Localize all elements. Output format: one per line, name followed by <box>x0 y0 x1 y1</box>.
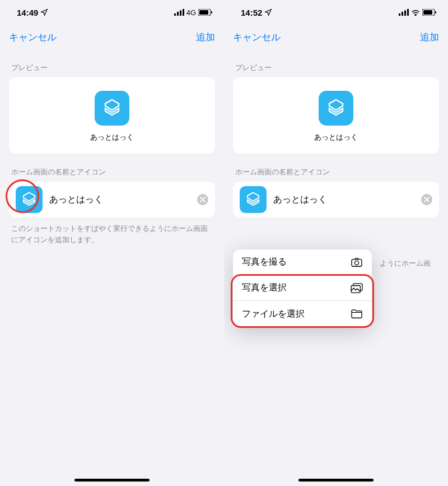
svg-rect-8 <box>402 12 403 16</box>
location-icon <box>40 8 48 16</box>
hint-text-partial: ようにホーム画 <box>380 258 431 269</box>
preview-section-label: プレビュー <box>224 49 448 77</box>
svg-rect-14 <box>352 259 362 266</box>
menu-choose-photo[interactable]: 写真を選択 <box>233 275 372 301</box>
preview-card: あっとはっく <box>233 77 439 154</box>
home-indicator[interactable] <box>298 479 374 482</box>
svg-rect-2 <box>180 11 181 16</box>
phone-left: 14:49 4G キャンセル 追加 プレビュー あっとはっく ホーム画面の名前と… <box>0 0 224 486</box>
svg-rect-5 <box>199 10 208 15</box>
icon-section-label: ホーム画面の名前とアイコン <box>224 154 448 182</box>
input-shortcut-icon[interactable] <box>240 186 267 213</box>
svg-rect-3 <box>183 9 184 16</box>
add-button[interactable]: 追加 <box>196 31 215 44</box>
preview-name: あっとはっく <box>314 132 358 142</box>
nav-bar: キャンセル 追加 <box>224 25 448 49</box>
network-label: 4G <box>186 8 196 17</box>
battery-icon <box>198 9 213 16</box>
preview-name: あっとはっく <box>90 132 134 142</box>
menu-choose-file[interactable]: ファイルを選択 <box>233 301 372 327</box>
svg-rect-6 <box>211 11 212 13</box>
svg-rect-1 <box>177 12 179 16</box>
menu-label: ファイルを選択 <box>242 308 305 320</box>
battery-icon <box>422 9 437 16</box>
folder-icon <box>351 309 363 319</box>
clear-button[interactable] <box>197 194 208 205</box>
menu-take-photo[interactable]: 写真を撮る <box>233 249 372 275</box>
menu-label: 写真を選択 <box>242 282 287 294</box>
status-bar: 14:49 4G <box>0 0 224 25</box>
signal-icon <box>399 9 409 16</box>
status-bar: 14:52 <box>224 0 448 25</box>
home-indicator[interactable] <box>74 479 150 482</box>
preview-card: あっとはっく <box>9 77 215 154</box>
hint-text: このショートカットをすばやく実行できるようにホーム画面にアイコンを追加します。 <box>0 217 224 245</box>
phone-right: 14:52 キャンセル 追加 プレビュー あっとはっく ホーム画面の名前とアイコ… <box>224 0 448 486</box>
icon-source-menu: 写真を撮る 写真を選択 ファイルを選択 <box>233 249 372 327</box>
svg-rect-7 <box>399 13 400 16</box>
menu-label: 写真を撮る <box>242 256 287 268</box>
name-input-row <box>233 182 439 217</box>
cancel-button[interactable]: キャンセル <box>233 31 281 44</box>
svg-rect-0 <box>174 13 176 16</box>
name-input-row <box>9 182 215 217</box>
svg-rect-13 <box>435 11 436 13</box>
wifi-icon <box>411 9 420 16</box>
status-time: 14:52 <box>241 8 262 17</box>
preview-section-label: プレビュー <box>0 49 224 77</box>
cancel-button[interactable]: キャンセル <box>9 31 57 44</box>
shortcut-icon <box>319 91 353 126</box>
signal-icon <box>174 9 184 16</box>
svg-point-15 <box>354 261 358 265</box>
svg-rect-9 <box>404 11 406 16</box>
svg-rect-12 <box>423 10 432 15</box>
icon-section-label: ホーム画面の名前とアイコン <box>0 154 224 182</box>
input-shortcut-icon[interactable] <box>16 186 43 213</box>
photo-library-icon <box>351 283 363 293</box>
svg-rect-10 <box>407 9 409 16</box>
status-time: 14:49 <box>17 8 38 17</box>
close-icon <box>424 197 430 202</box>
name-input[interactable] <box>267 195 421 205</box>
location-icon <box>264 8 272 16</box>
clear-button[interactable] <box>421 194 432 205</box>
add-button[interactable]: 追加 <box>420 31 439 44</box>
shortcut-icon <box>95 91 129 126</box>
camera-icon <box>351 257 363 267</box>
nav-bar: キャンセル 追加 <box>0 25 224 49</box>
close-icon <box>200 197 206 202</box>
name-input[interactable] <box>43 195 197 205</box>
